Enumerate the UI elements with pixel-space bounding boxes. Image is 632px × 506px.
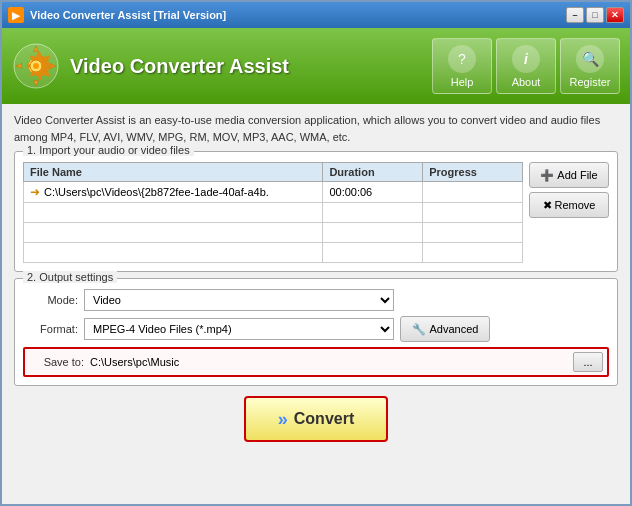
help-icon: ?	[448, 45, 476, 73]
maximize-button[interactable]: □	[586, 7, 604, 23]
output-section: Mode: Video Format: MPEG-4 Video Files (…	[23, 285, 609, 377]
browse-button[interactable]: ...	[573, 352, 603, 372]
svg-point-3	[33, 63, 39, 69]
file-path: C:\Users\pc\Videos\{2b872fee-1ade-40af-a…	[44, 186, 269, 198]
file-progress	[423, 182, 523, 203]
save-path-input[interactable]	[90, 352, 567, 372]
import-group: 1. Import your audio or video files File…	[14, 151, 618, 272]
convert-label: Convert	[294, 410, 354, 428]
app-description: Video Converter Assist is an easy-to-use…	[14, 112, 618, 145]
convert-button[interactable]: » Convert	[244, 396, 388, 442]
convert-icon: »	[278, 409, 288, 430]
empty-row-2	[24, 223, 523, 243]
about-button[interactable]: i About	[496, 38, 556, 94]
remove-icon: ✖	[543, 199, 552, 212]
window-controls: – □ ✕	[566, 7, 624, 23]
app-title: Video Converter Assist	[70, 55, 289, 78]
empty-row-3	[24, 243, 523, 263]
about-label: About	[512, 76, 541, 88]
close-button[interactable]: ✕	[606, 7, 624, 23]
app-header: Video Converter Assist ? Help i About 🔍 …	[2, 28, 630, 104]
empty-row-1	[24, 203, 523, 223]
remove-label: Remove	[555, 199, 596, 211]
mode-row: Mode: Video	[23, 289, 609, 311]
import-group-label: 1. Import your audio or video files	[23, 144, 194, 156]
file-table: File Name Duration Progress ➜ C:\Use	[23, 162, 523, 263]
format-label: Format:	[23, 323, 78, 335]
app-icon: ▶	[8, 7, 24, 23]
file-arrow-icon: ➜	[30, 185, 40, 199]
remove-button[interactable]: ✖ Remove	[529, 192, 609, 218]
main-content: Video Converter Assist is an easy-to-use…	[2, 104, 630, 504]
output-group: 2. Output settings Mode: Video Format: M…	[14, 278, 618, 386]
col-progress: Progress	[423, 163, 523, 182]
register-icon: 🔍	[576, 45, 604, 73]
register-label: Register	[570, 76, 611, 88]
help-button[interactable]: ? Help	[432, 38, 492, 94]
file-duration: 00:00:06	[323, 182, 423, 203]
gear-icon	[12, 42, 60, 90]
main-window: ▶ Video Converter Assist [Trial Version]…	[0, 0, 632, 506]
add-file-button[interactable]: ➕ Add File	[529, 162, 609, 188]
title-bar: ▶ Video Converter Assist [Trial Version]…	[2, 2, 630, 28]
header-buttons: ? Help i About 🔍 Register	[432, 38, 620, 94]
help-label: Help	[451, 76, 474, 88]
save-label: Save to:	[29, 356, 84, 368]
advanced-button[interactable]: 🔧 Advanced	[400, 316, 490, 342]
convert-area: » Convert	[14, 392, 618, 446]
add-file-label: Add File	[557, 169, 597, 181]
title-bar-left: ▶ Video Converter Assist [Trial Version]	[8, 7, 226, 23]
col-duration: Duration	[323, 163, 423, 182]
import-section: File Name Duration Progress ➜ C:\Use	[23, 158, 609, 263]
about-icon: i	[512, 45, 540, 73]
mode-label: Mode:	[23, 294, 78, 306]
register-button[interactable]: 🔍 Register	[560, 38, 620, 94]
file-table-area: File Name Duration Progress ➜ C:\Use	[23, 158, 523, 263]
file-name-cell: ➜ C:\Users\pc\Videos\{2b872fee-1ade-40af…	[24, 182, 323, 203]
format-select[interactable]: MPEG-4 Video Files (*.mp4)	[84, 318, 394, 340]
wrench-icon: 🔧	[412, 323, 426, 336]
window-title: Video Converter Assist [Trial Version]	[30, 9, 226, 21]
add-icon: ➕	[540, 169, 554, 182]
app-logo: Video Converter Assist	[12, 42, 432, 90]
output-group-label: 2. Output settings	[23, 271, 117, 283]
table-row[interactable]: ➜ C:\Users\pc\Videos\{2b872fee-1ade-40af…	[24, 182, 523, 203]
col-filename: File Name	[24, 163, 323, 182]
format-row: Format: MPEG-4 Video Files (*.mp4) 🔧 Adv…	[23, 316, 609, 342]
save-row: Save to: ...	[23, 347, 609, 377]
import-buttons: ➕ Add File ✖ Remove	[529, 158, 609, 263]
minimize-button[interactable]: –	[566, 7, 584, 23]
mode-select[interactable]: Video	[84, 289, 394, 311]
advanced-label: Advanced	[430, 323, 479, 335]
